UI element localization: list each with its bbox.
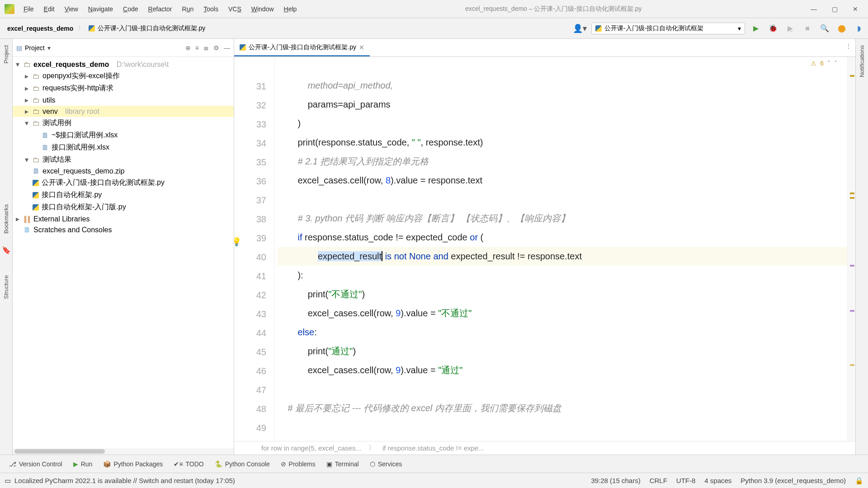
file-encoding[interactable]: UTF-8 [676, 477, 696, 485]
project-label[interactable]: Project [25, 44, 45, 52]
python-console-tab[interactable]: 🐍Python Console [210, 459, 274, 469]
code-area[interactable]: method=api_method, params=api_params ) p… [275, 57, 847, 441]
editor-right-strip[interactable] [847, 57, 855, 441]
locate-icon[interactable]: ⊕ [185, 44, 191, 52]
python-file-icon [240, 44, 246, 51]
tree-file[interactable]: 🗎接口测试用例.xlsx [13, 141, 234, 154]
ide-update-icon[interactable]: ⬤ [835, 22, 848, 35]
run-tab[interactable]: ▶Run [69, 459, 97, 469]
close-button[interactable]: ✕ [847, 3, 863, 15]
menu-view[interactable]: View [60, 4, 83, 14]
tree-external-libraries[interactable]: ▸∥∥External Libraries [13, 213, 234, 225]
coverage-button[interactable]: ▶̤ [784, 22, 797, 35]
left-tool-strip: Project Bookmarks 🔖 Structure [0, 39, 13, 455]
project-header: ▤ Project ▾ ⊕ ≡ ≣ ⚙ — [13, 39, 234, 57]
caret-position[interactable]: 39:28 (15 chars) [591, 477, 640, 485]
window-controls: ― ▢ ✕ [806, 3, 868, 15]
todo-icon: ✔≡ [174, 460, 183, 468]
maximize-button[interactable]: ▢ [826, 3, 843, 15]
tree-root[interactable]: excel_requests_demo [33, 61, 109, 69]
tree-scratches[interactable]: 🗎Scratches and Consoles [13, 225, 234, 235]
close-tab-icon[interactable]: ✕ [359, 44, 364, 51]
services-icon: ⬡ [370, 460, 375, 468]
menu-edit[interactable]: Edit [39, 4, 59, 14]
python-interpreter[interactable]: Python 3.9 (excel_requests_demo) [741, 477, 846, 485]
navigation-bar: excel_requests_demo 〉 公开课-入门级-接口自动化测试框架.… [0, 18, 868, 39]
play-icon: ▶ [73, 460, 78, 468]
tree-hscrollbar[interactable] [13, 448, 234, 455]
notifications-tool-tab[interactable]: Notifications [858, 42, 866, 80]
structure-tool-tab[interactable]: Structure [2, 272, 10, 302]
tree-folder[interactable]: ▾🗀测试用例 [13, 117, 234, 129]
tree-file[interactable]: 接口自动化框架.py [13, 189, 234, 201]
tab-overflow-icon[interactable]: ⋮ [845, 42, 852, 50]
status-icon[interactable]: ▭ [5, 477, 11, 485]
line-gutter[interactable]: 31 32 33 34 35 36 37 38 💡39 40 41 42 43 … [234, 57, 275, 441]
chevron-down-icon[interactable]: ▾ [47, 44, 51, 52]
tree-folder-venv[interactable]: ▸🗀venv library root [13, 106, 234, 117]
breadcrumb-root[interactable]: excel_requests_demo [3, 23, 78, 34]
tree-file[interactable]: 接口自动化框架-入门版.py [13, 201, 234, 213]
project-tool-tab[interactable]: Project [2, 42, 10, 66]
branch-icon: ⎇ [9, 460, 16, 468]
run-configuration-selector[interactable]: 公开课-入门级-接口自动化测试框架 ▾ [591, 23, 745, 34]
project-tree[interactable]: ▾🗀excel_requests_demo D:\work\course\t ▸… [13, 57, 234, 448]
menu-help[interactable]: Help [279, 4, 302, 14]
tree-file[interactable]: 🗎~$接口测试用例.xlsx [13, 129, 234, 141]
menu-code[interactable]: Code [118, 4, 142, 14]
project-icon: ▤ [16, 44, 22, 52]
editor-tab-active[interactable]: 公开课-入门级-接口自动化测试框架.py ✕ [234, 40, 370, 56]
debug-button[interactable]: 🐞 [767, 22, 779, 35]
tree-file[interactable]: 🗎excel_requests_demo.zip [13, 166, 234, 177]
hide-icon[interactable]: — [224, 44, 230, 52]
code-with-me-icon[interactable]: 👤▾ [573, 23, 587, 33]
lock-icon[interactable]: 🔒 [855, 477, 863, 485]
tree-folder[interactable]: ▸🗀requests实例-http请求 [13, 82, 234, 94]
problems-icon: ⊘ [281, 460, 286, 468]
menu-refactor[interactable]: Refactor [144, 4, 177, 14]
search-everywhere-button[interactable]: 🔍 [818, 22, 831, 35]
tree-folder[interactable]: ▸🗀utils [13, 94, 234, 106]
collapse-all-icon[interactable]: ≣ [203, 44, 209, 52]
ide-logo-icon[interactable]: ◗ [853, 22, 865, 35]
terminal-tab[interactable]: ▣Terminal [322, 459, 363, 469]
stop-button[interactable]: ■ [801, 22, 814, 35]
vcs-tab[interactable]: ⎇Version Control [5, 459, 67, 469]
indent-settings[interactable]: 4 spaces [704, 477, 731, 485]
expand-all-icon[interactable]: ≡ [195, 44, 199, 52]
menu-run[interactable]: Run [178, 4, 198, 14]
problems-tab[interactable]: ⊘Problems [276, 459, 320, 469]
status-bar: ▭ Localized PyCharm 2022.1 is available … [0, 473, 868, 488]
run-config-label: 公开课-入门级-接口自动化测试框架 [604, 24, 703, 33]
tree-folder[interactable]: ▸🗀openpyxl实例-excel操作 [13, 70, 234, 82]
tree-file-current[interactable]: 公开课-入门级-接口自动化测试框架.py [13, 177, 234, 189]
services-tab[interactable]: ⬡Services [365, 459, 407, 469]
menu-file[interactable]: File [19, 4, 38, 14]
terminal-icon: ▣ [326, 460, 332, 468]
breadcrumb-file[interactable]: 公开课-入门级-接口自动化测试框架.py [84, 23, 210, 34]
chevron-down-icon[interactable]: ˅ [834, 60, 837, 67]
editor: 公开课-入门级-接口自动化测试框架.py ✕ ⋮ 31 32 33 34 35 … [234, 39, 855, 455]
run-button[interactable]: ▶ [750, 22, 762, 35]
bookmarks-tool-tab[interactable]: Bookmarks [2, 202, 10, 236]
tree-root-path: D:\work\course\t [117, 61, 169, 69]
menu-tools[interactable]: Tools [199, 4, 223, 14]
chevron-up-icon[interactable]: ˄ [827, 60, 830, 67]
inspection-widget[interactable]: ⚠ 6 ˄ ˅ [811, 60, 837, 67]
menu-navigate[interactable]: Navigate [84, 4, 118, 14]
tree-folder[interactable]: ▾🗀测试结果 [13, 154, 234, 166]
gear-icon[interactable]: ⚙ [213, 44, 219, 52]
breadcrumb-segment[interactable]: for row in range(5, excel_cases... [261, 444, 361, 452]
titlebar: File Edit View Navigate Code Refactor Ru… [0, 0, 868, 18]
line-separator[interactable]: CRLF [650, 477, 667, 485]
editor-breadcrumb[interactable]: for row in range(5, excel_cases... 〉 if … [234, 441, 855, 455]
minimize-button[interactable]: ― [806, 3, 822, 15]
right-tool-strip: Notifications [855, 39, 868, 455]
status-message[interactable]: Localized PyCharm 2022.1 is available //… [14, 477, 235, 484]
menu-vcs[interactable]: VCS [224, 4, 246, 14]
todo-tab[interactable]: ✔≡TODO [169, 459, 208, 469]
breadcrumb-segment[interactable]: if response.status_code != expe... [382, 444, 484, 452]
chevron-down-icon: ▾ [738, 25, 741, 32]
menu-window[interactable]: Window [247, 4, 278, 14]
python-packages-tab[interactable]: 📦Python Packages [99, 459, 167, 469]
